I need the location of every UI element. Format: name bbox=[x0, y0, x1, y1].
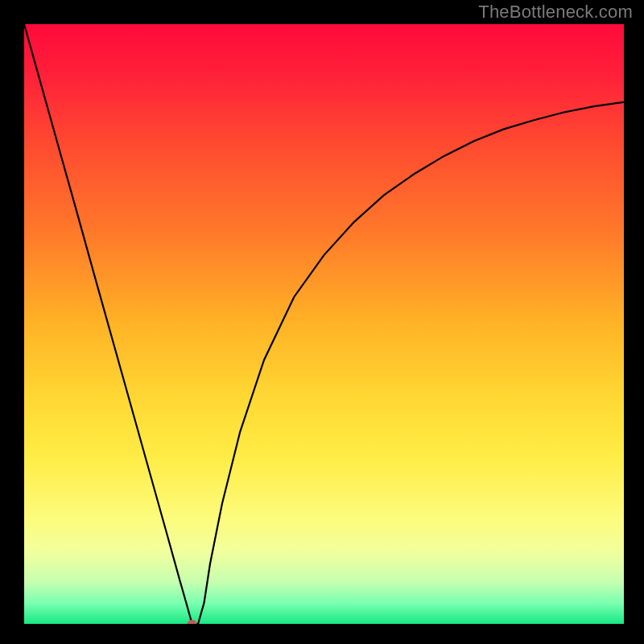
watermark-text: TheBottleneck.com bbox=[478, 2, 633, 23]
chart-frame: TheBottleneck.com bbox=[0, 0, 644, 644]
gradient-background bbox=[24, 24, 624, 624]
plot-area bbox=[24, 24, 624, 624]
bottleneck-curve-chart bbox=[24, 24, 624, 624]
